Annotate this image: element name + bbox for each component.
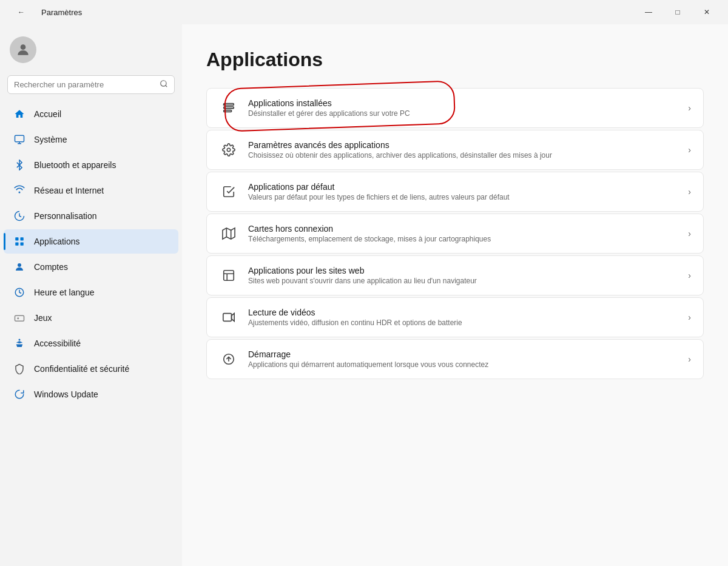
update-icon xyxy=(13,388,25,400)
svg-point-0 xyxy=(21,44,26,50)
nav-item-reseau[interactable]: Réseau et Internet xyxy=(4,178,178,203)
maps-icon xyxy=(219,224,238,243)
svg-rect-7 xyxy=(15,243,18,246)
svg-marker-18 xyxy=(223,228,235,239)
nav-label-confidentialite: Confidentialité et sécurité xyxy=(34,364,129,374)
nav-label-jeux: Jeux xyxy=(34,313,52,323)
item-title-startup: Démarrage xyxy=(248,349,678,359)
startup-icon xyxy=(219,349,238,369)
svg-rect-5 xyxy=(15,237,18,240)
item-desc-startup: Applications qui démarrent automatiqueme… xyxy=(248,360,678,369)
settings-item-startup[interactable]: Démarrage Applications qui démarrent aut… xyxy=(206,339,704,379)
sidebar: Accueil Système Bluetooth et appareils R… xyxy=(0,24,182,566)
item-desc-advanced: Choisissez où obtenir des applications, … xyxy=(248,151,678,160)
svg-point-9 xyxy=(18,263,21,267)
svg-point-1 xyxy=(161,81,166,86)
games-icon xyxy=(13,312,25,324)
web-icon xyxy=(219,266,238,285)
nav-label-reseau: Réseau et Internet xyxy=(34,186,104,195)
item-title-maps: Cartes hors connexion xyxy=(248,224,678,234)
settings-item-video[interactable]: Lecture de vidéos Ajustements vidéo, dif… xyxy=(206,297,704,337)
item-desc-maps: Téléchargements, emplacement de stockage… xyxy=(248,235,678,243)
item-title-default: Applications par défaut xyxy=(248,182,678,192)
item-title-advanced: Paramètres avancés des applications xyxy=(248,140,678,150)
settings-item-web[interactable]: Applications pour les sites web Sites we… xyxy=(206,255,704,295)
account-icon xyxy=(13,261,25,273)
search-box[interactable] xyxy=(7,75,175,94)
default-apps-icon xyxy=(219,182,238,201)
settings-item-installed[interactable]: Applications installées Désinstaller et … xyxy=(206,88,704,128)
system-icon xyxy=(13,133,25,146)
network-icon xyxy=(13,184,25,197)
search-icon xyxy=(160,79,168,90)
item-text-maps: Cartes hors connexion Téléchargements, e… xyxy=(248,224,678,243)
minimize-button[interactable]: — xyxy=(635,2,662,22)
settings-apps-icon xyxy=(219,140,238,160)
security-icon xyxy=(13,363,25,375)
chevron-icon-default: › xyxy=(688,187,691,197)
page-title: Applications xyxy=(206,49,704,71)
search-container xyxy=(0,73,182,101)
bluetooth-icon xyxy=(13,159,25,171)
nav-label-applications: Applications xyxy=(34,237,80,246)
video-icon xyxy=(219,308,238,327)
item-text-startup: Démarrage Applications qui démarrent aut… xyxy=(248,349,678,369)
svg-rect-8 xyxy=(21,243,24,246)
maximize-button[interactable]: □ xyxy=(664,2,692,22)
nav-item-confidentialite[interactable]: Confidentialité et sécurité xyxy=(4,357,178,381)
nav-item-accessibilite[interactable]: Accessibilité xyxy=(4,331,178,355)
titlebar-title: Paramètres xyxy=(41,8,82,17)
titlebar: ← Paramètres — □ ✕ xyxy=(0,0,728,24)
titlebar-controls: — □ ✕ xyxy=(635,2,721,22)
search-input[interactable] xyxy=(14,80,155,89)
nav-item-accueil[interactable]: Accueil xyxy=(4,102,178,126)
apps-list-icon xyxy=(219,98,238,118)
content-area: Applications Applications inst xyxy=(182,24,728,566)
item-text-web: Applications pour les sites web Sites we… xyxy=(248,266,678,285)
nav-item-bluetooth[interactable]: Bluetooth et appareils xyxy=(4,153,178,177)
nav-item-windows-update[interactable]: Windows Update xyxy=(4,382,178,406)
item-desc-web: Sites web pouvant s'ouvrir dans une appl… xyxy=(248,277,678,285)
svg-rect-6 xyxy=(21,237,24,240)
titlebar-left: ← Paramètres xyxy=(7,2,82,22)
chevron-icon-video: › xyxy=(688,312,691,322)
nav-item-comptes[interactable]: Comptes xyxy=(4,255,178,279)
home-icon xyxy=(13,108,25,120)
item-text-installed: Applications installées Désinstaller et … xyxy=(248,98,678,118)
accessibility-icon xyxy=(13,337,25,349)
time-icon xyxy=(13,286,25,298)
nav-label-personnalisation: Personnalisation xyxy=(34,211,97,221)
svg-rect-13 xyxy=(224,104,234,106)
chevron-icon-web: › xyxy=(688,271,691,280)
nav-item-personnalisation[interactable]: Personnalisation xyxy=(4,204,178,228)
svg-point-4 xyxy=(19,192,21,194)
nav-item-systeme[interactable]: Système xyxy=(4,127,178,152)
svg-rect-3 xyxy=(15,135,24,142)
close-button[interactable]: ✕ xyxy=(693,2,721,22)
chevron-icon-advanced: › xyxy=(688,145,691,155)
paint-icon xyxy=(13,210,25,222)
settings-item-maps[interactable]: Cartes hors connexion Téléchargements, e… xyxy=(206,214,704,254)
item-text-advanced: Paramètres avancés des applications Choi… xyxy=(248,140,678,160)
item-title-web: Applications pour les sites web xyxy=(248,266,678,275)
svg-point-12 xyxy=(19,339,21,341)
avatar xyxy=(10,36,36,63)
apps-icon xyxy=(13,235,25,248)
app-container: Accueil Système Bluetooth et appareils R… xyxy=(0,24,728,566)
back-button[interactable]: ← xyxy=(7,2,35,22)
avatar-section xyxy=(0,24,182,73)
chevron-icon-maps: › xyxy=(688,229,691,238)
nav-item-heure[interactable]: Heure et langue xyxy=(4,280,178,305)
svg-rect-22 xyxy=(223,314,232,322)
svg-rect-21 xyxy=(224,271,234,281)
settings-item-advanced[interactable]: Paramètres avancés des applications Choi… xyxy=(206,130,704,170)
nav-label-accueil: Accueil xyxy=(34,109,61,119)
item-text-video: Lecture de vidéos Ajustements vidéo, dif… xyxy=(248,308,678,327)
nav-label-accessibilite: Accessibilité xyxy=(34,339,81,348)
chevron-icon-startup: › xyxy=(688,354,691,364)
chevron-icon-installed: › xyxy=(688,103,691,113)
nav-item-applications[interactable]: Applications xyxy=(4,229,178,254)
nav-label-heure: Heure et langue xyxy=(34,288,95,297)
settings-item-default[interactable]: Applications par défaut Valeurs par défa… xyxy=(206,172,704,212)
nav-item-jeux[interactable]: Jeux xyxy=(4,306,178,330)
